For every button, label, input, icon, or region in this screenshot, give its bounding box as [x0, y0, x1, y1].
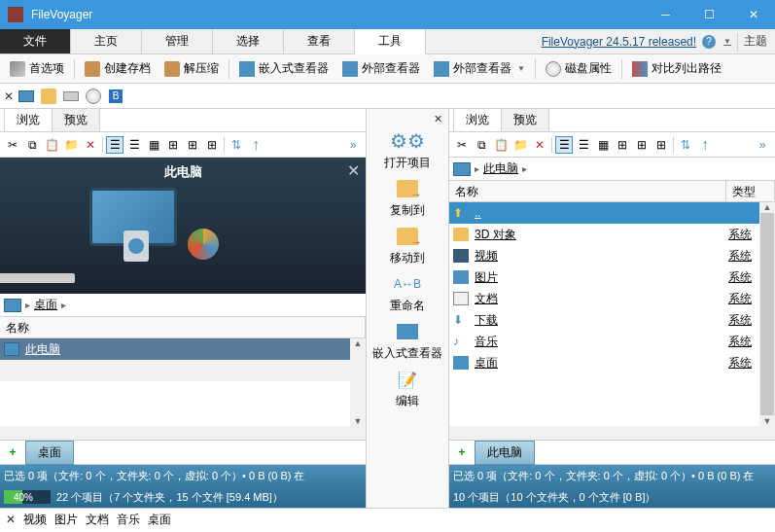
delete-icon[interactable]: ✕ — [82, 136, 99, 154]
bluetooth-icon[interactable]: B — [106, 87, 125, 106]
copy-to-button[interactable]: → 复制到 — [367, 175, 448, 221]
menu-select[interactable]: 选择 — [213, 29, 284, 53]
location-tab[interactable]: 此电脑 — [475, 441, 535, 465]
help-icon[interactable]: ? — [702, 35, 716, 49]
view-medium-icon[interactable]: ⊞ — [633, 136, 651, 154]
sort-icon[interactable]: ⇅ — [228, 136, 245, 154]
view-small-icon[interactable]: ⊞ — [164, 136, 182, 154]
paste-icon[interactable]: 📋 — [492, 136, 510, 154]
move-to-button[interactable]: → 移动到 — [367, 223, 448, 268]
embed-viewer-button[interactable]: 嵌入式查看器 — [233, 57, 335, 80]
chevron-right-icon[interactable]: ▸ — [522, 163, 527, 174]
view-list-icon[interactable]: ☰ — [125, 136, 143, 154]
up-icon[interactable]: ↑ — [696, 136, 714, 154]
compare-path-button[interactable]: 对比列出路径 — [626, 57, 727, 80]
help-dropdown-icon[interactable]: ▼ — [723, 37, 731, 46]
paste-icon[interactable]: 📋 — [43, 136, 60, 154]
list-item[interactable]: ♪ 音乐系统 — [449, 331, 759, 352]
tab-preview[interactable]: 预览 — [501, 108, 549, 131]
cd-drive-icon[interactable] — [84, 87, 103, 106]
view-small-icon[interactable]: ⊞ — [614, 136, 631, 154]
view-large-icon[interactable]: ⊞ — [203, 136, 221, 154]
delete-icon[interactable]: ✕ — [531, 136, 548, 154]
location-tab[interactable]: 桌面 — [25, 441, 74, 465]
disk-drive-icon[interactable] — [61, 87, 81, 106]
left-pathbar[interactable]: ▸ 桌面 ▸ — [0, 294, 366, 317]
prefs-button[interactable]: 首选项 — [4, 57, 70, 80]
cut-icon[interactable]: ✂ — [4, 136, 21, 154]
open-item-button[interactable]: ⚙⚙ 打开项目 — [367, 127, 448, 173]
bottom-link[interactable]: 桌面 — [148, 512, 171, 528]
scrollbar[interactable]: ▲▼ — [350, 338, 366, 426]
bottombar-close-icon[interactable]: ✕ — [6, 513, 16, 526]
desktop-drive-icon[interactable] — [17, 87, 36, 106]
view-tiles-icon[interactable]: ▦ — [594, 136, 612, 154]
sort-icon[interactable]: ⇅ — [677, 136, 694, 154]
view-detail-icon[interactable]: ☰ — [106, 136, 123, 154]
disk-props-button[interactable]: 磁盘属性 — [540, 57, 617, 80]
col-name-header[interactable]: 名称 — [0, 317, 366, 337]
ext-viewer1-button[interactable]: 外部查看器 — [336, 57, 426, 80]
minimize-button[interactable]: ─ — [644, 0, 687, 29]
close-button[interactable]: ✕ — [731, 0, 775, 29]
menu-home[interactable]: 主页 — [71, 29, 142, 53]
right-pathbar[interactable]: ▸ 此电脑 ▸ — [449, 158, 775, 181]
bottom-link[interactable]: 图片 — [54, 512, 78, 528]
tab-browse[interactable]: 浏览 — [4, 108, 53, 131]
add-tab-button[interactable]: + — [453, 443, 471, 461]
view-medium-icon[interactable]: ⊞ — [184, 136, 201, 154]
cut-icon[interactable]: ✂ — [453, 136, 471, 154]
chevron-right-icon[interactable]: ▸ — [475, 163, 479, 174]
list-item[interactable]: 桌面系统 — [449, 352, 759, 373]
view-large-icon[interactable]: ⊞ — [652, 136, 670, 154]
drivebar-close-icon[interactable]: ✕ — [4, 89, 14, 103]
list-item[interactable]: 文档系统 — [449, 288, 759, 309]
scrollbar-h[interactable] — [449, 426, 775, 440]
bottom-link[interactable]: 文档 — [86, 512, 109, 528]
menu-manage[interactable]: 管理 — [142, 29, 213, 53]
view-tiles-icon[interactable]: ▦ — [145, 136, 162, 154]
path-segment[interactable]: 此电脑 — [483, 160, 518, 177]
new-folder-icon[interactable]: 📁 — [62, 136, 80, 154]
up-icon[interactable]: ↑ — [247, 136, 264, 154]
list-item[interactable]: 视频系统 — [449, 245, 759, 266]
list-item-up[interactable]: ⬆ .. — [449, 202, 759, 224]
edit-button[interactable]: 📝 编辑 — [367, 366, 448, 411]
copy-icon[interactable]: ⧉ — [473, 136, 490, 154]
rename-button[interactable]: A↔B 重命名 — [367, 270, 448, 316]
new-folder-icon[interactable]: 📁 — [511, 136, 529, 154]
extract-button[interactable]: 解压缩 — [159, 57, 225, 80]
scrollbar-h[interactable] — [0, 426, 366, 440]
chevron-right-icon[interactable]: ▸ — [25, 300, 30, 310]
archive-button[interactable]: 创建存档 — [79, 57, 157, 80]
add-tab-button[interactable]: + — [4, 443, 21, 461]
maximize-button[interactable]: ☐ — [687, 0, 731, 29]
left-filelist[interactable]: 此电脑 ▲▼ — [0, 338, 366, 426]
bottom-link[interactable]: 视频 — [23, 512, 47, 528]
col-name-header[interactable]: 名称 — [449, 181, 726, 201]
theme-button[interactable]: 主题 — [744, 33, 767, 50]
folder-drive-icon[interactable] — [39, 87, 58, 106]
preview-close-icon[interactable]: ✕ — [347, 161, 360, 180]
path-segment[interactable]: 桌面 — [34, 297, 57, 313]
view-detail-icon[interactable]: ☰ — [555, 136, 573, 154]
list-item[interactable]: 此电脑 — [0, 338, 350, 360]
list-item[interactable]: 图片系统 — [449, 266, 759, 288]
list-item[interactable]: ⬇ 下载系统 — [449, 309, 759, 331]
list-item[interactable]: 3D 对象系统 — [449, 224, 759, 245]
scrollbar[interactable]: ▲▼ — [759, 202, 775, 426]
menu-tools[interactable]: 工具 — [355, 29, 426, 54]
right-filelist[interactable]: ⬆ .. 3D 对象系统 视频系统 图片系统 文档系统 — [449, 202, 775, 426]
embed-viewer-mid-button[interactable]: 嵌入式查看器 — [367, 318, 448, 364]
ext-viewer2-button[interactable]: 外部查看器▼ — [428, 57, 531, 80]
release-link[interactable]: FileVoyager 24.5.17 released! — [542, 35, 696, 49]
tab-browse[interactable]: 浏览 — [453, 108, 502, 131]
bottom-link[interactable]: 音乐 — [117, 512, 140, 528]
menu-view[interactable]: 查看 — [284, 29, 355, 53]
copy-icon[interactable]: ⧉ — [23, 136, 41, 154]
tab-preview[interactable]: 预览 — [52, 108, 100, 131]
expand-icon[interactable]: » — [344, 136, 362, 154]
col-type-header[interactable]: 类型 — [726, 181, 775, 201]
chevron-right-icon[interactable]: ▸ — [61, 300, 66, 310]
midcol-close-icon[interactable]: ✕ — [428, 113, 448, 125]
